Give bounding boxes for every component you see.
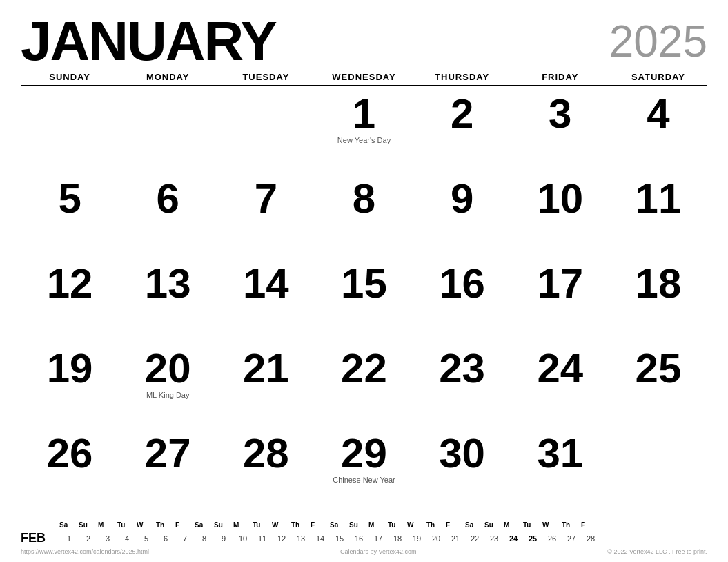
- day-number: 29: [341, 433, 387, 474]
- mini-header-cell: Tu: [253, 520, 272, 530]
- mini-date-cell: 6: [156, 533, 175, 544]
- footer-left: https://www.vertex42.com/calendars/2025.…: [21, 548, 149, 555]
- mini-header-cell: Th: [156, 520, 175, 530]
- day-number: 6: [157, 178, 179, 220]
- day-number: 10: [537, 178, 583, 220]
- day-number: 16: [439, 263, 485, 304]
- day-number: 11: [636, 178, 682, 220]
- holiday-text: Chinese New Year: [333, 476, 395, 485]
- mini-header-cell: Sa: [59, 520, 79, 530]
- day-number: 25: [636, 348, 682, 389]
- mini-date-cell: 10: [233, 533, 253, 544]
- day-number: 2: [451, 93, 473, 135]
- calendar-cell: 23: [413, 341, 511, 426]
- calendar-cell: 3: [511, 86, 609, 171]
- mini-header-cell: W: [137, 520, 156, 530]
- calendar-cell: [119, 86, 217, 171]
- mini-header-cell: F: [581, 520, 600, 530]
- year-title: 2025: [609, 14, 707, 64]
- mini-date-cell: 16: [349, 533, 368, 544]
- mini-header-cell: Sa: [195, 520, 214, 530]
- day-number: 23: [439, 348, 485, 389]
- day-header: SATURDAY: [609, 72, 707, 82]
- calendar-cell: 22: [315, 341, 413, 426]
- calendar-cell: 18: [609, 256, 707, 341]
- calendar-cell: 30: [413, 426, 511, 511]
- day-header: MONDAY: [119, 72, 217, 82]
- mini-header-cell: Sa: [465, 520, 484, 530]
- mini-header-cell: Th: [426, 520, 446, 530]
- mini-date-cell: 25: [523, 533, 542, 544]
- day-number: 20: [145, 348, 191, 389]
- mini-date-cell: 11: [253, 533, 272, 544]
- mini-header-cell: Su: [214, 520, 233, 530]
- day-number: 27: [145, 433, 191, 474]
- calendar-header: JANUARY 2025: [21, 14, 707, 69]
- day-headers-row: SUNDAYMONDAYTUESDAYWEDNESDAYTHURSDAYFRID…: [21, 72, 707, 86]
- day-number: 17: [537, 263, 583, 304]
- day-number: 15: [341, 263, 387, 304]
- mini-header-cell: Su: [79, 520, 98, 530]
- day-header: FRIDAY: [511, 72, 609, 82]
- calendar-cell: [217, 86, 315, 171]
- calendar-cell: 5: [21, 171, 119, 256]
- mini-header-cell: W: [542, 520, 562, 530]
- calendar-cell: 10: [511, 171, 609, 256]
- mini-header-cell: M: [98, 520, 117, 530]
- day-number: 14: [243, 263, 289, 304]
- mini-date-cell: 20: [426, 533, 446, 544]
- mini-date-cell: 5: [137, 533, 156, 544]
- mini-header-cell: Tu: [388, 520, 407, 530]
- day-number: 21: [243, 348, 289, 389]
- calendar-cell: [21, 86, 119, 171]
- mini-date-cell: 4: [117, 533, 137, 544]
- mini-header-cell: Th: [291, 520, 311, 530]
- mini-date-cell: 8: [195, 533, 214, 544]
- day-number: 26: [47, 433, 93, 474]
- calendar-cell: 29Chinese New Year: [315, 426, 413, 511]
- mini-date-cell: 24: [504, 533, 523, 544]
- mini-month-label: FEB: [21, 520, 48, 545]
- mini-date-cell: 27: [562, 533, 581, 544]
- mini-date-cell: 21: [446, 533, 465, 544]
- mini-header-cell: F: [311, 520, 330, 530]
- mini-date-cell: 23: [484, 533, 504, 544]
- calendar-cell: 24: [511, 341, 609, 426]
- day-number: 8: [353, 178, 375, 220]
- mini-header-cell: Th: [562, 520, 581, 530]
- calendar-cell: 25: [609, 341, 707, 426]
- day-header: TUESDAY: [217, 72, 315, 82]
- mini-date-cell: 3: [98, 533, 117, 544]
- mini-date-cell: 18: [388, 533, 407, 544]
- mini-grid: SaSuMTuWThFSaSuMTuWThFSaSuMTuWThFSaSuMTu…: [59, 520, 707, 544]
- day-header: SUNDAY: [21, 72, 119, 82]
- holiday-text: New Year's Day: [337, 136, 391, 145]
- calendar-cell: 19: [21, 341, 119, 426]
- calendar-cell: 16: [413, 256, 511, 341]
- calendar-cell: 15: [315, 256, 413, 341]
- calendar-cell: 11: [609, 171, 707, 256]
- calendar-cell: 17: [511, 256, 609, 341]
- mini-date-cell: 1: [59, 533, 79, 544]
- mini-header-cell: Su: [349, 520, 368, 530]
- day-number: 13: [145, 263, 191, 304]
- calendar-cell: 20ML King Day: [119, 341, 217, 426]
- calendar-cell: 9: [413, 171, 511, 256]
- mini-header-cell: F: [175, 520, 195, 530]
- calendar-cell: 14: [217, 256, 315, 341]
- mini-header-cell: M: [368, 520, 388, 530]
- calendar-cell: 4: [609, 86, 707, 171]
- footer-center: Calendars by Vertex42.com: [340, 548, 417, 555]
- mini-date-cell: 12: [272, 533, 291, 544]
- day-number: 5: [58, 178, 81, 220]
- mini-date-cell: 13: [291, 533, 311, 544]
- footer-right: © 2022 Vertex42 LLC . Free to print.: [607, 548, 707, 555]
- mini-date-cell: 14: [311, 533, 330, 544]
- calendar-cell: 31: [511, 426, 609, 511]
- calendar-cell: [609, 426, 707, 511]
- calendar-cell: 28: [217, 426, 315, 511]
- mini-date-cell: 17: [368, 533, 388, 544]
- mini-date-cell: 28: [581, 533, 600, 544]
- day-number: 3: [549, 93, 571, 135]
- mini-header-cell: M: [233, 520, 253, 530]
